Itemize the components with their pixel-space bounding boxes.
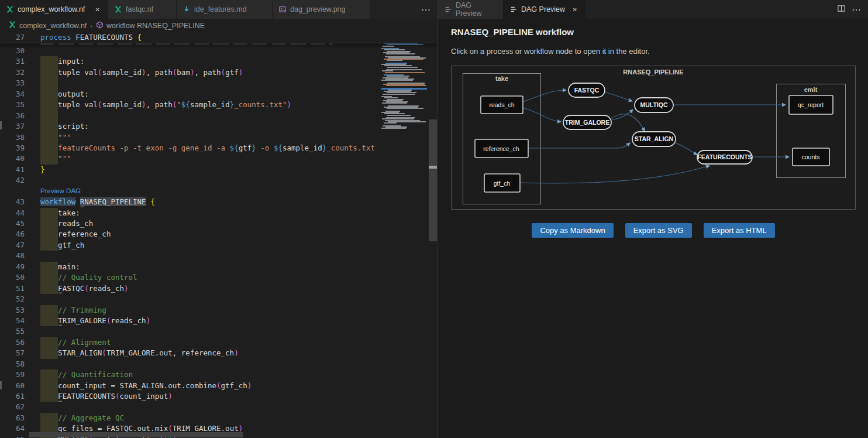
export-as-html-button[interactable]: Export as HTML (704, 223, 775, 238)
sticky-scroll-line[interactable]: 27process FEATURECOUNTS { (0, 32, 438, 43)
tab-dag-preview[interactable]: DAG Preview✕ (504, 0, 585, 19)
tabbar-left: complex_workflow.nf✕fastqc.nfide_feature… (0, 0, 438, 19)
line-number: 30 (0, 46, 25, 56)
split-editor-icon[interactable] (837, 4, 846, 15)
node-FEATURECOUNTS[interactable]: FEATURECOUNTS (697, 150, 752, 164)
node-MULTIQC[interactable]: MULTIQC (635, 98, 673, 112)
editor-group-left: complex_workflow.nf✕fastqc.nfide_feature… (0, 0, 438, 438)
nextflow-icon (6, 5, 14, 13)
line-number: 45 (0, 218, 25, 229)
copy-as-markdown-button[interactable]: Copy as Markdown (532, 223, 613, 238)
vertical-scrollbar-thumb[interactable] (429, 119, 437, 241)
code-line-56: 56 // Alignment (0, 337, 438, 348)
overview-ruler-decoration (429, 166, 437, 169)
line-number: 41 (0, 165, 25, 175)
line-number: 55 (0, 326, 25, 337)
node-reference_ch[interactable]: reference_ch (475, 139, 528, 158)
node-FASTQC[interactable]: FASTQC (569, 83, 605, 97)
node-STAR_ALIGN[interactable]: STAR_ALIGN (632, 132, 676, 146)
code-line-62: 62 (0, 402, 438, 412)
code-line-36: 36 (0, 111, 438, 121)
tab-fastqc-nf[interactable]: fastqc.nf (108, 0, 177, 19)
line-number: 33 (0, 78, 25, 88)
code-line-46: 46 reference_ch (0, 229, 438, 239)
chevron-right-icon: › (89, 22, 93, 29)
line-number: 47 (0, 240, 25, 251)
code-line-45: 45 reads_ch (0, 218, 438, 229)
node-gtf_ch[interactable]: gtf_ch (484, 174, 520, 192)
code-line-47: 47 gtf_ch (0, 240, 438, 251)
code-line-38: 38 """ (0, 132, 438, 143)
minimap[interactable] (379, 32, 429, 438)
code-line-58: 58 (0, 359, 438, 369)
minimap-line (381, 80, 413, 81)
node-qc_report[interactable]: qc_report (789, 95, 833, 114)
indent-highlight (40, 111, 58, 121)
breadcrumb-file[interactable]: complex_workflow.nf (19, 22, 87, 30)
symbol-cube-icon (96, 21, 104, 30)
svg-text:MULTIQC: MULTIQC (640, 101, 667, 108)
minimap-line (382, 102, 407, 104)
export-buttons: Copy as Markdown Export as SVG Export as… (451, 223, 856, 238)
line-number: 46 (0, 229, 25, 239)
code-line-39: 39 featureCounts -p -t exon -g gene_id -… (0, 143, 438, 153)
tab-label: dag_preview.png (290, 5, 346, 13)
image-icon (278, 5, 287, 13)
nextflow-icon (114, 5, 122, 13)
minimap-line (387, 108, 423, 109)
minimap-line (381, 128, 406, 129)
ide-window: complex_workflow.nf✕fastqc.nfide_feature… (0, 0, 868, 438)
code-line-59: 59 // Quantification (0, 369, 438, 380)
workflow-box-label: RNASEQ_PIPELINE (623, 69, 683, 76)
panel-title: RNASEQ_PIPELINE workflow (451, 27, 574, 37)
horizontal-scrollbar-thumb[interactable] (29, 432, 243, 437)
line-number: 60 (0, 381, 25, 391)
minimap-line (381, 104, 387, 105)
code-line-42: 42 (0, 175, 438, 186)
gutter-decoration (0, 121, 2, 129)
node-TRIM_GALORE[interactable]: TRIM_GALORE (563, 115, 611, 129)
close-tab-icon[interactable]: ✕ (571, 5, 579, 14)
tab-dag-preview[interactable]: DAG Preview (438, 0, 504, 19)
line-number: 36 (0, 111, 25, 121)
code-line-53: 53 // Trimming (0, 305, 438, 316)
minimap-line (383, 94, 415, 95)
code-line-37: 37 script: (0, 121, 438, 132)
line-number: 53 (0, 305, 25, 316)
dag-preview-panel: RNASEQ_PIPELINE workflow Click on a proc… (438, 19, 868, 438)
editor-group-right: DAG PreviewDAG Preview✕ RNASEQ_PIPELINE … (438, 0, 868, 438)
export-as-svg-button[interactable]: Export as SVG (625, 223, 692, 238)
vertical-scrollbar[interactable] (429, 32, 437, 438)
line-number: 65 (0, 434, 25, 438)
code-line-40: 40 """ (0, 153, 438, 164)
preview-icon (509, 5, 518, 13)
code-line-61: 61 FEATURECOUNTS(count_input) (0, 391, 438, 402)
tab-dag-preview-png[interactable]: dag_preview.png (273, 0, 370, 19)
breadcrumb-symbol[interactable]: workflow RNASEQ_PIPELINE (106, 22, 205, 30)
tab-complex-workflow-nf[interactable]: complex_workflow.nf✕ (0, 0, 108, 19)
node-reads_ch[interactable]: reads_ch (481, 96, 523, 114)
code-line-49: 49 main: (0, 262, 438, 272)
code-line-32: 32 tuple val(sample_id), path(bam), path… (0, 67, 438, 78)
markdown-icon (182, 5, 191, 13)
indent-highlight (40, 78, 58, 88)
line-number: 63 (0, 413, 25, 423)
more-actions-icon[interactable] (852, 4, 861, 15)
svg-text:STAR_ALIGN: STAR_ALIGN (635, 135, 673, 142)
partially-scrolled-line (40, 43, 333, 45)
close-tab-icon[interactable]: ✕ (94, 5, 102, 14)
codelens-preview-dag-link[interactable]: Preview DAG (40, 186, 81, 196)
tab-label: DAG Preview (521, 5, 565, 13)
node-counts[interactable]: counts (793, 148, 829, 166)
code-line-51: 51 FASTQC(reads_ch) (0, 283, 438, 294)
line-number: 51 (0, 283, 25, 294)
preview-icon (444, 5, 452, 13)
code-line-63: 63 // Aggregate QC (0, 413, 438, 423)
line-number: 64 (0, 423, 25, 434)
line-number: 31 (0, 56, 25, 67)
code-editor[interactable]: 27process FEATURECOUNTS { 3031 input:32 … (0, 32, 438, 438)
more-tabs-icon[interactable] (421, 4, 430, 15)
line-number: 52 (0, 294, 25, 304)
svg-text:qc_report: qc_report (798, 101, 824, 108)
tab-ide-features-md[interactable]: ide_features.md (177, 0, 273, 19)
